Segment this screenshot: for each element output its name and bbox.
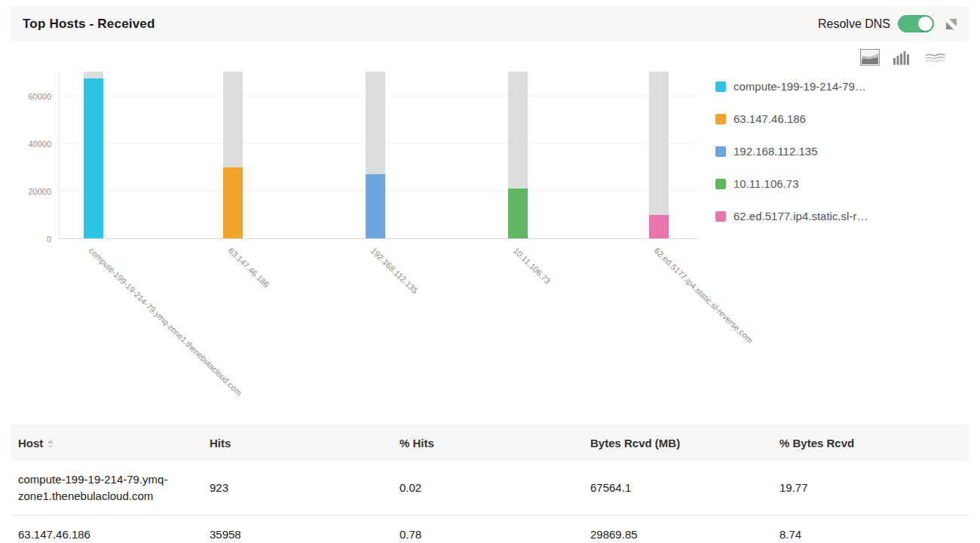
legend-label: 63.147.46.186 (733, 112, 806, 125)
column-header-label: Hits (210, 437, 231, 449)
x-axis-label: 62.ed.5177.ip4.static.sl-reverse.com (653, 246, 755, 345)
bar-slot[interactable] (84, 72, 103, 238)
legend-swatch (715, 211, 726, 222)
plot-area: compute-199-19-214-79.ymq-zone1.thenebul… (59, 72, 697, 239)
area-chart-button[interactable] (860, 49, 880, 66)
bar-slot[interactable] (649, 72, 669, 238)
legend-swatch (715, 179, 726, 189)
bar-fill (649, 215, 669, 238)
pct-bytes-rcvd-cell: 8.74 (773, 515, 969, 543)
bytes-rcvd-cell: 29869.85 (583, 515, 773, 543)
legend-item[interactable]: 63.147.46.186 (715, 112, 868, 125)
panel-header: Top Hosts - Received Resolve DNS (11, 6, 969, 41)
pct-hits-cell: 0.02 (393, 461, 583, 515)
legend-swatch (715, 114, 726, 124)
legend-label: 192.168.112.135 (733, 145, 818, 158)
y-tick-label: 60000 (28, 92, 51, 101)
x-axis-label: 63.147.46.186 (227, 246, 271, 290)
column-chart-icon (893, 49, 912, 66)
column-header-bytes-rcvd[interactable]: Bytes Rcvd (MB) (583, 425, 773, 461)
bar-slot[interactable] (366, 72, 385, 238)
y-tick-label: 40000 (28, 140, 51, 149)
column-header-label: Bytes Rcvd (MB) (590, 437, 680, 449)
table-row: 63.147.46.186 35958 0.78 29869.85 8.74 (11, 515, 969, 543)
y-axis: 0 20000 40000 60000 (0, 72, 59, 239)
legend-item[interactable]: 62.ed.5177.ip4.static.sl-r… (715, 210, 868, 222)
bar-slot[interactable] (223, 72, 243, 238)
table-header-row: Host Hits % Hits Bytes Rcvd (MB) % Bytes… (11, 425, 969, 461)
legend-label: 10.11.106.73 (733, 177, 798, 190)
pct-bytes-rcvd-cell: 19.77 (773, 461, 969, 515)
column-header-label: % Bytes Rcvd (779, 437, 854, 449)
column-header-pct-hits[interactable]: % Hits (393, 425, 583, 461)
hits-cell: 923 (203, 461, 393, 515)
resolve-dns-toggle[interactable] (898, 15, 934, 32)
column-header-hits[interactable]: Hits (203, 425, 393, 461)
resolve-dns-label: Resolve DNS (818, 17, 890, 31)
stream-chart-button[interactable] (925, 49, 946, 66)
chart-legend: compute-199-19-214-79… 63.147.46.186 192… (715, 72, 868, 239)
legend-swatch (715, 81, 726, 92)
bytes-rcvd-cell: 67564.1 (583, 461, 773, 515)
legend-item[interactable]: 10.11.106.73 (715, 177, 868, 190)
bar-fill (223, 167, 243, 238)
x-axis-label: 192.168.112.135 (369, 246, 419, 295)
host-cell: 63.147.46.186 (11, 515, 203, 543)
bar-slot[interactable] (508, 72, 528, 238)
column-header-pct-bytes-rcvd[interactable]: % Bytes Rcvd (773, 425, 969, 461)
expand-icon[interactable] (946, 19, 957, 29)
legend-label: 62.ed.5177.ip4.static.sl-r… (733, 210, 868, 222)
legend-label: compute-199-19-214-79… (733, 80, 866, 93)
bar-fill (508, 189, 528, 238)
page-title: Top Hosts - Received (23, 17, 155, 32)
table-row: compute-199-19-214-79.ymq-zone1.thenebul… (11, 461, 969, 515)
host-cell: compute-199-19-214-79.ymq-zone1.thenebul… (11, 461, 203, 515)
sort-icon (47, 440, 54, 449)
bar-fill (366, 174, 385, 238)
legend-swatch (715, 146, 726, 157)
area-chart-icon (860, 49, 880, 66)
bar-track (649, 72, 669, 238)
hits-cell: 35958 (203, 515, 393, 543)
x-axis-label: 10.11.106.73 (512, 246, 553, 286)
y-tick-label: 0 (47, 235, 51, 244)
toggle-knob (918, 17, 933, 31)
column-header-host[interactable]: Host (11, 425, 203, 461)
stream-chart-icon (925, 49, 946, 66)
pct-hits-cell: 0.78 (393, 515, 583, 543)
column-chart-button[interactable] (893, 49, 912, 66)
y-tick-label: 20000 (28, 187, 51, 196)
chart-type-toolbar (0, 47, 946, 68)
legend-item[interactable]: 192.168.112.135 (715, 145, 868, 158)
hosts-table: Host Hits % Hits Bytes Rcvd (MB) % Bytes… (11, 425, 969, 543)
legend-item[interactable]: compute-199-19-214-79… (715, 80, 868, 93)
chart-area: 0 20000 40000 60000 compute-199-19-214-7 (0, 72, 980, 239)
x-axis-label: compute-199-19-214-79.ymq-zone1.thenebul… (87, 246, 243, 397)
column-header-label: Host (18, 437, 43, 449)
column-header-label: % Hits (400, 437, 434, 449)
bar-fill (84, 78, 103, 238)
